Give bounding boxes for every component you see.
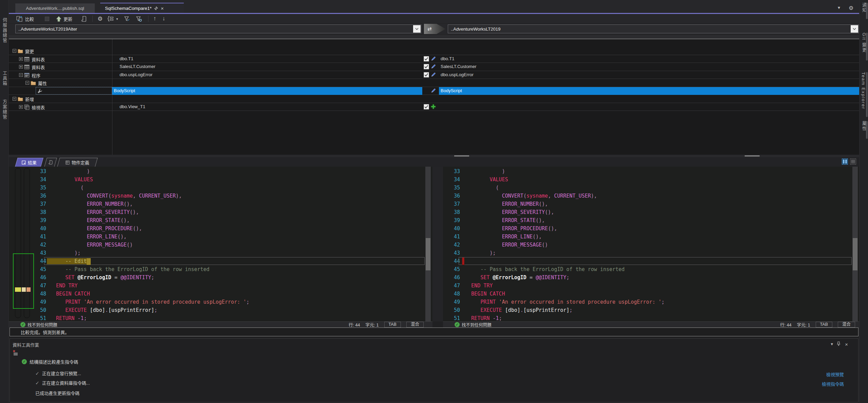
tab-results[interactable]: 結果 xyxy=(15,158,43,167)
script-tab-icon xyxy=(49,160,53,165)
diff-row[interactable]: −屬性 xyxy=(9,79,859,87)
tab-publish-sql[interactable]: AdventureWork....publish.sql xyxy=(15,3,95,13)
generate-script-button[interactable] xyxy=(80,15,88,22)
side-by-side-view-icon[interactable] xyxy=(842,158,848,165)
source-code-pane[interactable]: 33 )34 VALUES35 (36 CONVERT(sysname, CUR… xyxy=(9,167,432,321)
scrollbar-thumb[interactable] xyxy=(426,238,430,270)
scrollbar[interactable] xyxy=(852,167,858,321)
switch-direction-button[interactable]: ⇄ xyxy=(424,24,446,34)
folder-icon xyxy=(31,80,36,86)
code-text: SET @ErrorLogID = @@IDENTITY; xyxy=(462,273,569,282)
diff-row[interactable]: +資料表dbo.T1dbo.T1 xyxy=(9,55,859,63)
code-line: 48 BEGIN CATCH xyxy=(9,290,432,298)
code-text: ERROR_PROCEDURE(), xyxy=(462,224,557,233)
toolbar-overflow-icon[interactable]: ▾ xyxy=(838,5,840,10)
code-text: ERROR_SEVERITY(), xyxy=(47,208,139,216)
compare-button[interactable]: 比較 xyxy=(15,15,35,23)
dropdown-button[interactable] xyxy=(851,25,858,33)
previous-diff-icon[interactable]: ↑ xyxy=(153,15,156,22)
code-line: 50 EXECUTE [dbo].[uspPrintError]; xyxy=(443,306,859,314)
tab-script-icon-only[interactable] xyxy=(44,158,57,167)
line-number: 34 xyxy=(29,175,46,184)
target-code-pane[interactable]: 33 )34 VALUES35 (36 CONVERT(sysname, CUR… xyxy=(443,167,859,321)
dock-tab-team-explorer[interactable]: Team Explorer xyxy=(861,72,866,117)
gear-icon[interactable]: ⚙ xyxy=(849,5,853,11)
pin-icon[interactable] xyxy=(837,341,840,346)
filter-settings-button[interactable] xyxy=(135,15,143,22)
dock-tab-3[interactable]: 方案總管 xyxy=(1,99,8,129)
dock-tab-2[interactable]: 工具箱 xyxy=(1,71,8,92)
pin-icon[interactable] xyxy=(154,6,158,10)
code-text: END TRY xyxy=(462,282,493,290)
dock-tab-1[interactable]: 伺服器總管 xyxy=(1,18,8,55)
code-text: ERROR_MESSAGE() xyxy=(462,241,548,249)
scrollbar[interactable] xyxy=(425,167,431,321)
code-text: BEGIN CATCH xyxy=(47,290,90,298)
line-ending-indicator[interactable]: 混合 xyxy=(406,322,424,328)
include-checkbox[interactable] xyxy=(424,64,429,69)
tab-sql-schema-compare[interactable]: SqlSchemaCompare1* × xyxy=(100,3,184,13)
tree-expander[interactable]: − xyxy=(13,49,16,53)
diff-row[interactable]: −程序dbo.uspLogErrordbo.uspLogError xyxy=(9,71,859,79)
include-checkbox[interactable] xyxy=(424,104,429,110)
tree-expander[interactable]: + xyxy=(19,105,23,109)
line-number: 48 xyxy=(443,290,460,298)
tree-expander[interactable]: − xyxy=(13,97,16,101)
splitter-grip[interactable] xyxy=(745,155,760,156)
code-text: BEGIN CATCH xyxy=(462,290,505,298)
line-number: 36 xyxy=(443,192,460,200)
task-text: 正在建立發行預覽... xyxy=(42,370,81,376)
horizontal-splitter[interactable] xyxy=(9,155,859,157)
update-button[interactable]: 更新 xyxy=(55,15,74,23)
line-number: 47 xyxy=(443,282,460,290)
tree-expander[interactable]: + xyxy=(19,57,23,61)
chevron-down-icon: ▾ xyxy=(116,17,118,21)
diff-row[interactable]: BodyScriptBodyScript xyxy=(9,87,859,95)
code-line: 41 ERROR_LINE(), xyxy=(443,233,859,241)
include-checkbox[interactable] xyxy=(424,56,429,62)
code-text: VALUES xyxy=(462,175,508,184)
task-text: 結構描述比較產生指令碼 xyxy=(30,358,78,365)
close-icon[interactable]: × xyxy=(845,341,848,347)
clear-list-icon[interactable] xyxy=(13,350,19,356)
task-check-icon: ✓ xyxy=(35,380,39,386)
task-item: 已成功產生更新指令碼 xyxy=(35,390,79,396)
line-ending-indicator[interactable]: 混合 xyxy=(838,322,855,328)
line-number: 36 xyxy=(29,192,46,200)
next-diff-icon[interactable]: ↓ xyxy=(162,15,165,22)
panel-menu-icon[interactable]: ▾ xyxy=(831,341,833,347)
inline-view-icon[interactable] xyxy=(850,158,856,165)
current-line-border xyxy=(459,257,852,265)
task-check-icon: ✓ xyxy=(35,371,39,376)
tree-expander[interactable]: − xyxy=(25,81,29,85)
code-line: 51 RETURN -1; xyxy=(443,314,859,321)
code-line: 39 ERROR_STATE(), xyxy=(443,216,859,224)
code-line: 49 PRINT 'An error occurred in stored pr… xyxy=(9,298,432,306)
indent-mode-indicator[interactable]: TAB xyxy=(384,322,401,328)
splitter-grip[interactable] xyxy=(454,155,469,156)
dropdown-button[interactable] xyxy=(413,25,421,33)
view-preview-link[interactable]: 檢視預覽 xyxy=(826,371,844,377)
source-database-combo[interactable]: ..AdventureWorksLT2019Alter xyxy=(15,24,421,33)
task-success-icon: ✓ xyxy=(22,359,27,364)
code-line: 37 ERROR_NUMBER(), xyxy=(443,200,859,208)
group-by-button[interactable]: ▾ xyxy=(106,15,119,22)
target-database-combo[interactable]: ..AdventureWorksLT2019 xyxy=(448,24,859,33)
diff-row[interactable]: +檢視表dbo.View_T1 xyxy=(9,103,859,111)
code-compare-area: 33 )34 VALUES35 (36 CONVERT(sysname, CUR… xyxy=(9,167,859,321)
filter-edit-button[interactable] xyxy=(123,15,131,22)
left-dock-bar: 伺服器總管工具箱方案總管 xyxy=(0,0,9,403)
view-script-link[interactable]: 檢視指令碼 xyxy=(822,381,844,387)
tree-expander[interactable]: + xyxy=(19,65,23,69)
diff-row[interactable]: +資料表SalesLT.CustomerSalesLT.Customer xyxy=(9,63,859,71)
diff-row[interactable]: −新增 xyxy=(9,95,859,103)
scrollbar-thumb[interactable] xyxy=(853,238,857,270)
indent-mode-indicator[interactable]: TAB xyxy=(816,322,832,328)
close-icon[interactable]: × xyxy=(161,6,164,11)
options-gear-icon[interactable]: ⚙ xyxy=(98,15,103,22)
diff-row[interactable]: −變更 xyxy=(9,47,859,55)
include-checkbox[interactable] xyxy=(424,72,429,78)
tab-object-definitions[interactable]: 物件定義 xyxy=(57,158,98,167)
line-number: 40 xyxy=(443,224,460,233)
tree-expander[interactable]: − xyxy=(19,73,23,77)
